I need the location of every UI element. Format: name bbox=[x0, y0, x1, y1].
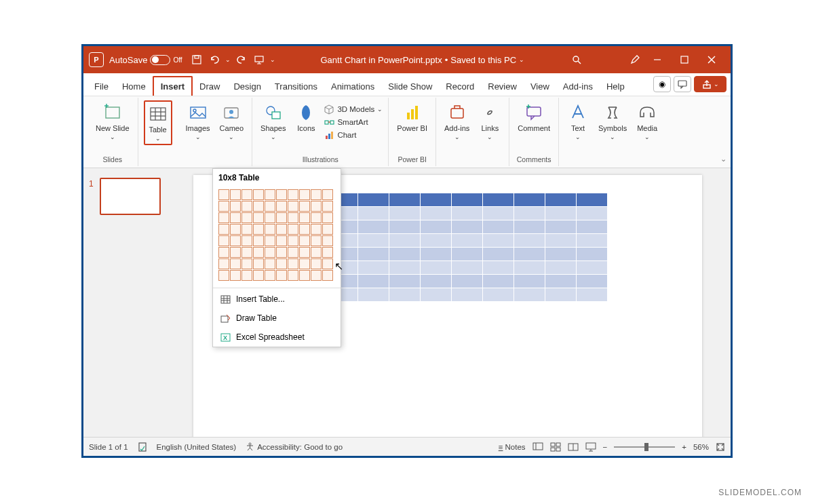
fit-to-window-icon[interactable] bbox=[716, 442, 725, 452]
excel-spreadsheet-menuitem[interactable]: XExcel Spreadsheet bbox=[213, 328, 341, 347]
grid-cell[interactable] bbox=[218, 189, 229, 200]
new-slide-button[interactable]: New Slide⌄ bbox=[93, 100, 132, 142]
grid-cell[interactable] bbox=[218, 212, 229, 223]
zoom-level[interactable]: 56% bbox=[693, 443, 709, 451]
grid-cell[interactable] bbox=[253, 224, 264, 235]
view-normal-icon[interactable] bbox=[532, 442, 543, 452]
grid-cell[interactable] bbox=[241, 212, 252, 223]
grid-cell[interactable] bbox=[253, 212, 264, 223]
view-reading-icon[interactable] bbox=[568, 442, 579, 452]
grid-cell[interactable] bbox=[218, 235, 229, 246]
grid-cell[interactable] bbox=[230, 212, 241, 223]
grid-cell[interactable] bbox=[241, 189, 252, 200]
grid-cell[interactable] bbox=[241, 247, 252, 258]
shapes-button[interactable]: Shapes⌄ bbox=[258, 100, 288, 142]
notes-button[interactable]: ≡Notes bbox=[499, 443, 526, 451]
grid-cell[interactable] bbox=[299, 270, 310, 281]
grid-cell[interactable] bbox=[276, 247, 287, 258]
addins-button[interactable]: Add-ins⌄ bbox=[442, 100, 472, 142]
undo-caret-icon[interactable]: ⌄ bbox=[223, 51, 233, 69]
grid-cell[interactable] bbox=[230, 189, 241, 200]
grid-cell[interactable] bbox=[230, 258, 241, 269]
grid-cell[interactable] bbox=[265, 235, 275, 246]
grid-cell[interactable] bbox=[322, 247, 333, 258]
grid-cell[interactable] bbox=[241, 258, 252, 269]
table-grid-picker[interactable] bbox=[213, 187, 341, 286]
slide-indicator[interactable]: Slide 1 of 1 bbox=[89, 443, 128, 451]
grid-cell[interactable] bbox=[241, 224, 252, 235]
tab-addins[interactable]: Add-ins bbox=[556, 77, 600, 96]
tab-animations[interactable]: Animations bbox=[324, 77, 381, 96]
grid-cell[interactable] bbox=[288, 224, 298, 235]
grid-cell[interactable] bbox=[322, 212, 333, 223]
grid-cell[interactable] bbox=[299, 247, 310, 258]
tab-record[interactable]: Record bbox=[439, 77, 481, 96]
grid-cell[interactable] bbox=[299, 224, 310, 235]
tab-transitions[interactable]: Transitions bbox=[268, 77, 324, 96]
grid-cell[interactable] bbox=[253, 258, 264, 269]
media-button[interactable]: Media⌄ bbox=[634, 100, 661, 142]
grid-cell[interactable] bbox=[265, 270, 275, 281]
pen-icon[interactable] bbox=[626, 51, 644, 69]
grid-cell[interactable] bbox=[276, 258, 287, 269]
grid-cell[interactable] bbox=[299, 235, 310, 246]
view-sorter-icon[interactable] bbox=[550, 442, 561, 452]
tab-design[interactable]: Design bbox=[227, 77, 267, 96]
grid-cell[interactable] bbox=[265, 212, 275, 223]
grid-cell[interactable] bbox=[299, 258, 310, 269]
undo-icon[interactable] bbox=[206, 51, 223, 69]
symbols-button[interactable]: Symbols⌄ bbox=[596, 100, 629, 142]
grid-cell[interactable] bbox=[311, 212, 322, 223]
grid-cell[interactable] bbox=[288, 212, 298, 223]
grid-cell[interactable] bbox=[322, 201, 333, 212]
grid-cell[interactable] bbox=[265, 201, 275, 212]
grid-cell[interactable] bbox=[288, 270, 298, 281]
grid-cell[interactable] bbox=[230, 224, 241, 235]
grid-cell[interactable] bbox=[253, 247, 264, 258]
grid-cell[interactable] bbox=[253, 201, 264, 212]
smartart-button[interactable]: SmartArt bbox=[324, 116, 383, 128]
grid-cell[interactable] bbox=[288, 247, 298, 258]
search-icon[interactable] bbox=[568, 51, 585, 69]
links-button[interactable]: Links⌄ bbox=[476, 100, 503, 142]
grid-cell[interactable] bbox=[218, 270, 229, 281]
grid-cell[interactable] bbox=[230, 247, 241, 258]
tab-view[interactable]: View bbox=[524, 77, 556, 96]
grid-cell[interactable] bbox=[265, 189, 275, 200]
grid-cell[interactable] bbox=[253, 235, 264, 246]
grid-cell[interactable] bbox=[288, 235, 298, 246]
grid-cell[interactable] bbox=[299, 189, 310, 200]
comment-button[interactable]: Comment bbox=[515, 100, 553, 134]
grid-cell[interactable] bbox=[276, 270, 287, 281]
maximize-button[interactable] bbox=[671, 46, 698, 73]
cameo-button[interactable]: Cameo⌄ bbox=[217, 100, 246, 142]
grid-cell[interactable] bbox=[265, 258, 275, 269]
language-indicator[interactable]: English (United States) bbox=[157, 443, 237, 451]
grid-cell[interactable] bbox=[241, 201, 252, 212]
zoom-in-button[interactable]: + bbox=[682, 443, 686, 451]
grid-cell[interactable] bbox=[230, 201, 241, 212]
grid-cell[interactable] bbox=[311, 224, 322, 235]
accessibility-indicator[interactable]: Accessibility: Good to go bbox=[246, 442, 343, 451]
tab-home[interactable]: Home bbox=[115, 77, 153, 96]
proofing-icon[interactable] bbox=[138, 442, 147, 452]
grid-cell[interactable] bbox=[241, 235, 252, 246]
grid-cell[interactable] bbox=[322, 224, 333, 235]
grid-cell[interactable] bbox=[288, 258, 298, 269]
grid-cell[interactable] bbox=[288, 189, 298, 200]
grid-cell[interactable] bbox=[241, 270, 252, 281]
grid-cell[interactable] bbox=[265, 247, 275, 258]
text-button[interactable]: Text⌄ bbox=[564, 100, 592, 142]
tab-file[interactable]: File bbox=[88, 77, 115, 96]
comments-pane-icon[interactable] bbox=[674, 76, 691, 92]
slide-thumbnail-pane[interactable]: 1 bbox=[83, 168, 165, 437]
collapse-ribbon-icon[interactable]: ⌄ bbox=[720, 155, 726, 163]
grid-cell[interactable] bbox=[322, 235, 333, 246]
grid-cell[interactable] bbox=[218, 258, 229, 269]
redo-icon[interactable] bbox=[233, 51, 250, 69]
grid-cell[interactable] bbox=[322, 258, 333, 269]
record-indicator-icon[interactable]: ◉ bbox=[653, 76, 671, 92]
chart-button[interactable]: Chart bbox=[324, 129, 383, 141]
3d-models-button[interactable]: 3D Models ⌄ bbox=[324, 103, 383, 115]
grid-cell[interactable] bbox=[276, 212, 287, 223]
